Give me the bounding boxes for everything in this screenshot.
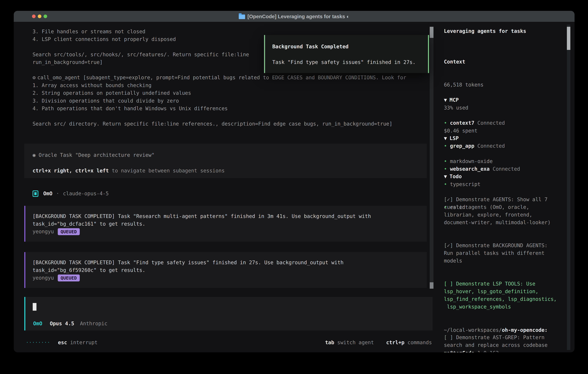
separator-dot: · [56, 190, 59, 197]
traffic-lights [32, 15, 47, 18]
background-task-notification: Background Task Completed Task "Find typ… [264, 35, 429, 73]
window-title: [OpenCode] Leveraging agents for tasks ◐ [247, 13, 350, 20]
tab-key-hint: tab [325, 339, 334, 346]
hint-text: to navigate between subagent sessions [109, 168, 225, 174]
oracle-task-panel: ◉Oracle Task "Deep architecture review" … [24, 144, 427, 178]
text-cursor [33, 303, 36, 311]
tab-key-label: switch agent [337, 339, 374, 346]
mcp-header[interactable]: ▼MCP [444, 96, 563, 104]
sidebar-scrollbar-track [567, 25, 570, 350]
opencode-terminal-window: [OpenCode] Leveraging agents for tasks ◐… [14, 11, 575, 352]
model-row: OmO Opus 4.5 Anthropic [33, 320, 107, 327]
scrollback-line: Search src/ directory. Return specific f… [32, 120, 392, 128]
sidebar-scrollbar-thumb[interactable] [567, 27, 570, 50]
scrollback-line: 4. LSP client connections not properly d… [32, 35, 176, 43]
todo-item-active: [ ] Demonstrate LSP TOOLS: Use lsp_hover… [444, 280, 563, 311]
status-right: tab switch agent ctrl+p commands [325, 339, 432, 346]
agent-header: OmO · claude-opus-4-5 [32, 190, 109, 197]
task-meta: yeongyu QUEUED [32, 228, 80, 235]
main-scrollbar-thumb-bottom[interactable] [430, 282, 433, 289]
tool-call-line: ⚙call_omo_agent [subagent_type=explore, … [32, 74, 406, 82]
input-provider-name: Anthropic [80, 320, 107, 327]
main-scrollbar-thumb[interactable] [430, 27, 433, 38]
esc-key-hint: esc [58, 339, 67, 346]
chevron-down-icon: ▼ [444, 97, 447, 103]
app-name-code: Code [462, 349, 474, 352]
scrollback-line: 3. Division operations that could divide… [32, 97, 179, 105]
scrollback-line: 4. Path operations that don't handle Win… [32, 105, 228, 112]
input-agent-name: OmO [33, 320, 42, 327]
workspace-repo: oh-my-opencode: [502, 327, 547, 333]
agent-model: claude-opus-4-5 [63, 190, 109, 197]
scrollback-line: 1. Array access without bounds checking [32, 82, 151, 89]
scrollback-line: run_in_background=true] [32, 58, 103, 66]
task-text: [BACKGROUND TASK COMPLETED] Task "Resear… [32, 212, 371, 220]
todo-header[interactable]: ▼Todo [444, 173, 563, 180]
scrollback-line: Search src/tools/, src/hooks/, src/featu… [32, 51, 249, 58]
spinner-dots-icon: ········ [26, 339, 50, 346]
window-title-group: [OpenCode] Leveraging agents for tasks ◐ [239, 13, 350, 20]
notification-title: Background Task Completed [272, 43, 348, 51]
ctrlp-key-label: commands [408, 339, 432, 346]
status-bar: ········ esc interrupt tab switch agent … [26, 339, 432, 346]
session-title: Leveraging agents for tasks [444, 27, 563, 35]
scrollback-line: 2. String operations on potentially unde… [32, 89, 191, 97]
task-user: yeongyu [32, 228, 54, 235]
agent-name: OmO [43, 190, 52, 197]
tool-call-text: call_omo_agent [subagent_type=explore, p… [37, 75, 406, 80]
close-button[interactable] [32, 15, 36, 18]
status-left: ········ esc interrupt [26, 339, 97, 346]
fisheye-icon: ◉ [32, 152, 36, 158]
todo-item-done: [✓] Demonstrate BACKGROUND AGENTS: Run p… [444, 242, 563, 265]
oracle-task-title: ◉Oracle Task "Deep architecture review" [32, 151, 155, 159]
prompt-input[interactable]: OmO Opus 4.5 Anthropic [24, 297, 433, 331]
task-user: yeongyu [32, 274, 54, 282]
task-text: task_id="bg_6f59260c" to get results. [32, 266, 145, 274]
app-version: 1.0.163 [477, 349, 499, 352]
task-meta: yeongyu QUEUED [32, 274, 80, 282]
esc-key-label: interrupt [70, 339, 98, 346]
scrollback-line: 3. File handles or streams not closed [32, 28, 145, 35]
todo-item-done: [✓] Demonstrate AGENTS: Show all 7 curat… [444, 196, 563, 226]
background-task-card: [BACKGROUND TASK COMPLETED] Task "Find t… [24, 252, 427, 288]
chevron-down-icon: ▼ [444, 135, 447, 141]
chevron-down-icon: ▼ [444, 174, 447, 179]
window-titlebar: [OpenCode] Leveraging agents for tasks ◐ [14, 11, 575, 22]
oracle-task-hint: ctrl+x right, ctrl+x left to navigate be… [32, 167, 225, 175]
zoom-button[interactable] [43, 15, 47, 18]
app-name-open: Open [450, 349, 462, 352]
main-scrollbar-track [430, 27, 433, 289]
gear-icon: ⚙ [32, 75, 36, 80]
minimize-button[interactable] [38, 15, 41, 18]
task-text: task_id="bg_dcfac161" to get results. [32, 220, 145, 228]
bullet-icon: • [444, 349, 450, 352]
agent-icon [32, 190, 38, 197]
version-info: •OpenCode1.0.163 [444, 334, 563, 352]
ctrlp-key-hint: ctrl+p [386, 339, 404, 346]
lsp-header[interactable]: ▼LSP [444, 135, 563, 142]
folder-icon [239, 14, 245, 19]
input-model-name: Opus 4.5 [50, 320, 74, 327]
context-header: Context [444, 58, 563, 66]
notification-body: Task "Find type safety issues" finished … [272, 58, 416, 66]
background-task-card: [BACKGROUND TASK COMPLETED] Task "Resear… [24, 206, 427, 242]
queued-badge: QUEUED [58, 274, 80, 281]
task-text: [BACKGROUND TASK COMPLETED] Task "Find t… [32, 259, 344, 266]
queued-badge: QUEUED [58, 228, 80, 235]
workspace-path: ~/local-workspaces/ [444, 327, 502, 333]
desktop: [OpenCode] Leveraging agents for tasks ◐… [0, 0, 588, 374]
hint-keys: ctrl+x right, ctrl+x left [32, 168, 109, 174]
